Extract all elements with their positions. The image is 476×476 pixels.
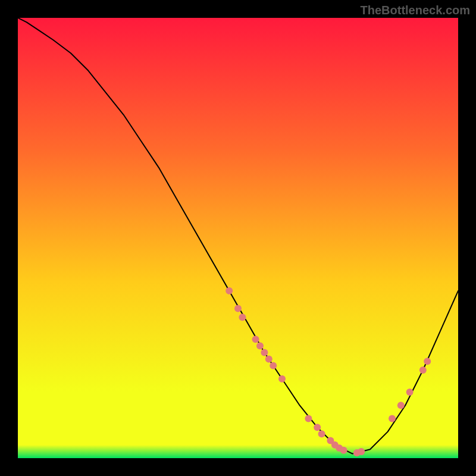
highlight-dot — [314, 424, 321, 431]
chart-plot-area — [18, 18, 458, 458]
highlight-dot — [389, 415, 396, 422]
highlight-dot — [397, 402, 405, 409]
highlight-dot — [406, 389, 414, 396]
gradient-background — [18, 18, 458, 458]
highlight-dot — [234, 305, 242, 312]
highlight-dot — [239, 314, 246, 321]
highlight-dot — [252, 336, 259, 343]
highlight-dot — [358, 448, 365, 455]
highlight-dot — [270, 362, 277, 369]
highlight-dot — [305, 415, 312, 422]
highlight-dot — [424, 358, 431, 365]
highlight-dot — [265, 356, 273, 363]
highlight-dot — [318, 430, 325, 437]
highlight-dot — [278, 375, 286, 383]
highlight-dot — [226, 287, 233, 295]
chart-svg — [18, 18, 458, 458]
watermark-text: TheBottleneck.com — [361, 4, 470, 17]
highlight-dot — [419, 367, 427, 374]
highlight-dot — [340, 447, 347, 454]
highlight-dot — [261, 349, 268, 356]
highlight-dot — [256, 342, 264, 349]
